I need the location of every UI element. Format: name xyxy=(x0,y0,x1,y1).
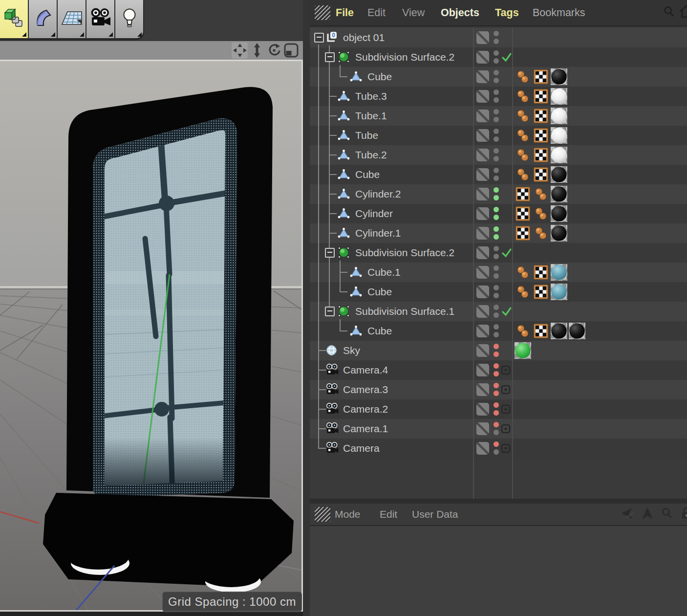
visibility-dot[interactable] xyxy=(494,363,499,369)
visibility-dot[interactable] xyxy=(494,430,499,435)
visibility-dot[interactable] xyxy=(494,207,499,212)
am-menu-user-data[interactable]: User Data xyxy=(412,504,458,525)
layer-swatch[interactable] xyxy=(476,442,489,455)
search-icon[interactable] xyxy=(661,507,673,522)
layer-swatch[interactable] xyxy=(476,168,489,181)
om-menu-tags[interactable]: Tags xyxy=(495,0,519,25)
visibility-dot[interactable] xyxy=(494,187,499,193)
uvw-tag-icon[interactable] xyxy=(534,148,548,162)
phong-tag-icon[interactable] xyxy=(534,207,548,220)
visibility-dot[interactable] xyxy=(494,70,499,75)
phong-tag-icon[interactable] xyxy=(516,70,530,84)
phong-tag-icon[interactable] xyxy=(516,89,530,103)
visibility-dot[interactable] xyxy=(494,78,499,83)
visibility-dot[interactable] xyxy=(494,324,499,330)
layer-swatch[interactable] xyxy=(476,266,489,279)
add-deformer-button[interactable] xyxy=(29,0,58,38)
om-menu-file[interactable]: File xyxy=(336,0,354,25)
panel-divider[interactable] xyxy=(303,0,310,616)
phong-tag-icon[interactable] xyxy=(516,129,530,142)
visibility-dot[interactable] xyxy=(494,39,499,44)
om-menu-bookmarks[interactable]: Bookmarks xyxy=(533,0,585,25)
layer-swatch[interactable] xyxy=(476,364,489,376)
visibility-dot[interactable] xyxy=(494,254,499,259)
material-tag-icon[interactable] xyxy=(551,205,567,222)
expand-toggle[interactable] xyxy=(325,52,335,62)
panel-grip-icon[interactable] xyxy=(315,5,330,20)
history-back-icon[interactable] xyxy=(618,507,634,522)
layer-swatch[interactable] xyxy=(476,403,489,416)
visibility-dot[interactable] xyxy=(494,97,499,103)
visibility-dot[interactable] xyxy=(494,117,499,122)
visibility-dot[interactable] xyxy=(494,109,499,114)
visibility-dot[interactable] xyxy=(494,234,499,240)
uvw-tag-icon[interactable] xyxy=(534,109,548,123)
am-menu-mode[interactable]: Mode xyxy=(335,504,361,525)
add-floor-button[interactable] xyxy=(58,0,86,38)
layer-swatch[interactable] xyxy=(476,51,489,64)
layer-swatch[interactable] xyxy=(476,383,489,396)
visibility-dot[interactable] xyxy=(494,312,499,318)
material-tag-icon[interactable] xyxy=(515,342,531,359)
phong-tag-icon[interactable] xyxy=(516,168,530,181)
object-row[interactable]: Subdivision Surface.2 xyxy=(310,243,687,263)
layer-swatch[interactable] xyxy=(476,325,489,337)
object-row[interactable]: Camera.2 xyxy=(310,399,687,419)
material-tag-icon[interactable] xyxy=(551,108,567,124)
cursor-up-icon[interactable] xyxy=(641,507,654,522)
active-camera-toggle-icon[interactable] xyxy=(501,424,511,436)
visibility-dot[interactable] xyxy=(494,410,499,416)
material-tag-icon[interactable] xyxy=(569,323,585,339)
visibility-dot[interactable] xyxy=(494,332,499,337)
visibility-dot[interactable] xyxy=(494,285,499,290)
layer-swatch[interactable] xyxy=(476,344,489,357)
object-row[interactable]: Cylinder.1 xyxy=(310,223,687,243)
phong-tag-icon[interactable] xyxy=(516,285,530,299)
attribute-manager-divider[interactable] xyxy=(310,499,687,504)
visibility-dot[interactable] xyxy=(494,391,499,396)
lock-icon[interactable] xyxy=(680,506,687,522)
layer-swatch[interactable] xyxy=(476,246,489,259)
object-row[interactable]: Tube.3 xyxy=(310,87,687,106)
visibility-dot[interactable] xyxy=(494,89,499,95)
expand-toggle[interactable] xyxy=(314,33,324,43)
add-light-button[interactable] xyxy=(115,0,143,38)
uvw-tag-icon[interactable] xyxy=(534,89,548,104)
object-row[interactable]: Tube.2 xyxy=(310,145,687,165)
visibility-dot[interactable] xyxy=(494,273,499,279)
object-row[interactable]: Cube.1 xyxy=(310,263,687,282)
om-menu-view[interactable]: View xyxy=(402,0,425,25)
visibility-dot[interactable] xyxy=(494,371,499,376)
active-camera-toggle-icon[interactable] xyxy=(501,404,511,416)
uvw-tag-icon[interactable] xyxy=(534,324,548,338)
phong-tag-icon[interactable] xyxy=(516,109,530,123)
viewport-3d-scene[interactable] xyxy=(0,61,301,610)
object-row[interactable]: Camera.4 xyxy=(310,360,687,380)
object-row[interactable]: Cube xyxy=(310,165,687,184)
layer-swatch[interactable] xyxy=(476,227,489,240)
uvw-tag-icon[interactable] xyxy=(515,226,530,241)
active-camera-toggle-icon[interactable] xyxy=(501,385,511,396)
object-row[interactable]: Cube xyxy=(310,67,687,87)
object-row[interactable]: Cylinder xyxy=(310,204,687,223)
material-tag-icon[interactable] xyxy=(551,127,567,144)
object-row[interactable]: Cube xyxy=(310,282,687,302)
object-row[interactable]: Camera xyxy=(310,439,687,458)
visibility-dot[interactable] xyxy=(494,129,499,134)
visibility-dot[interactable] xyxy=(494,402,499,408)
dolly-icon[interactable] xyxy=(249,42,265,59)
visibility-dot[interactable] xyxy=(494,293,499,298)
visibility-dot[interactable] xyxy=(494,50,499,56)
visibility-dot[interactable] xyxy=(494,168,499,173)
layer-swatch[interactable] xyxy=(476,286,489,298)
visibility-dot[interactable] xyxy=(494,58,499,64)
object-row[interactable]: Tube xyxy=(310,126,687,145)
visibility-dot[interactable] xyxy=(494,31,499,36)
object-row[interactable]: Subdivision Surface.1 xyxy=(310,302,687,321)
enabled-check-icon[interactable] xyxy=(501,52,512,65)
active-camera-toggle-icon[interactable] xyxy=(501,365,511,377)
phong-tag-icon[interactable] xyxy=(516,148,530,162)
object-row[interactable]: Camera.3 xyxy=(310,380,687,399)
uvw-tag-icon[interactable] xyxy=(534,265,548,280)
object-row[interactable]: 0object 01 xyxy=(310,28,687,47)
